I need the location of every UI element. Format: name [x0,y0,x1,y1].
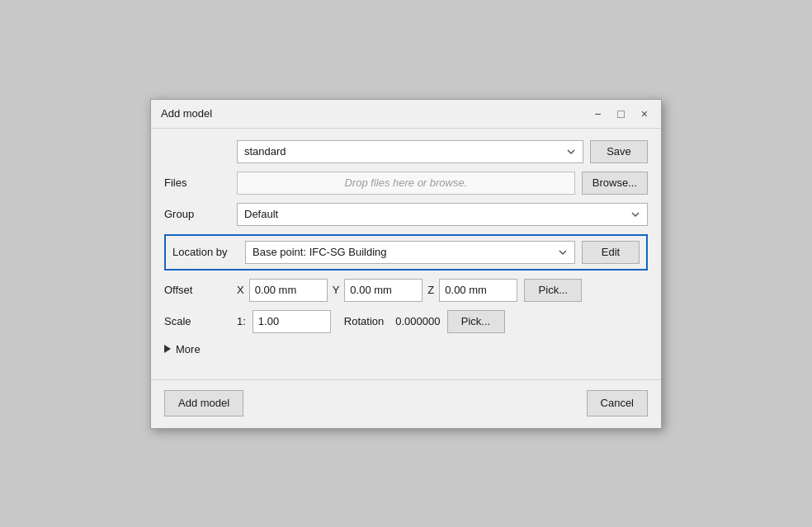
preset-row: standard Save [164,140,648,163]
location-row-highlighted: Location by Base point: IFC-SG Building … [164,234,648,271]
dialog-title: Add model [161,107,212,120]
scale-row: Scale 1: Rotation 0.000000 Pick... [164,310,648,333]
title-bar-controls: − □ × [591,106,651,121]
group-label: Group [164,208,230,220]
title-bar: Add model − □ × [151,100,661,129]
more-label: More [176,343,201,355]
location-edit-button[interactable]: Edit [582,241,640,264]
rotation-label: Rotation [344,315,384,327]
location-label: Location by [172,246,238,258]
preset-select-wrapper: standard [237,140,583,163]
scale-label: Scale [164,315,230,327]
offset-x-input[interactable] [249,279,328,302]
files-drop-area[interactable]: Drop files here or browse. [237,172,575,195]
offset-pick-button[interactable]: Pick... [524,279,582,302]
scale-inputs: 1: Rotation 0.000000 [237,310,441,333]
scale-input[interactable] [253,310,331,333]
add-model-button[interactable]: Add model [164,390,243,416]
restore-button[interactable]: □ [614,106,627,121]
scale-pick-button[interactable]: Pick... [447,310,505,333]
group-select-wrapper: Default [237,203,648,226]
browse-button[interactable]: Browse... [582,172,648,195]
offset-z-label: Z [427,284,434,296]
cancel-button[interactable]: Cancel [587,390,648,416]
offset-y-input[interactable] [344,279,423,302]
save-button[interactable]: Save [590,140,648,163]
rotation-value: 0.000000 [395,315,440,327]
dialog-body: standard Save Files Drop files here or b… [151,129,661,379]
location-select[interactable]: Base point: IFC-SG Building [245,241,575,264]
offset-label: Offset [164,284,230,296]
more-triangle-icon [164,345,171,353]
group-select[interactable]: Default [237,203,648,226]
offset-row: Offset X Y Z Pick... [164,279,648,302]
offset-x-label: X [237,284,244,296]
scale-prefix: 1: [237,315,246,327]
more-row[interactable]: More [164,341,648,357]
location-select-wrapper: Base point: IFC-SG Building [245,241,575,264]
offset-inputs: X Y Z [237,279,517,302]
minimize-button[interactable]: − [591,106,604,121]
offset-z-input[interactable] [439,279,517,302]
files-label: Files [164,176,230,189]
files-row: Files Drop files here or browse. Browse.… [164,172,648,195]
files-drop-placeholder: Drop files here or browse. [344,176,467,189]
close-button[interactable]: × [638,106,651,121]
group-row: Group Default [164,203,648,226]
preset-select[interactable]: standard [237,140,583,163]
dialog-footer: Add model Cancel [151,379,661,428]
add-model-dialog: Add model − □ × standard Save Files Drop… [150,99,662,429]
offset-y-label: Y [333,284,340,296]
